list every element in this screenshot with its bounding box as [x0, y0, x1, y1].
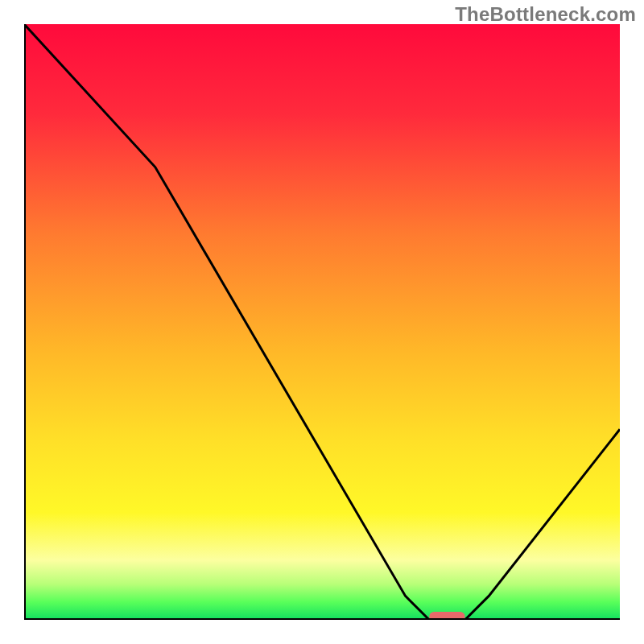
chart-svg [24, 24, 620, 620]
plot-area [24, 24, 620, 620]
gradient-background [24, 24, 620, 620]
watermark-label: TheBottleneck.com [455, 3, 636, 26]
bottleneck-chart: TheBottleneck.com [0, 0, 644, 644]
